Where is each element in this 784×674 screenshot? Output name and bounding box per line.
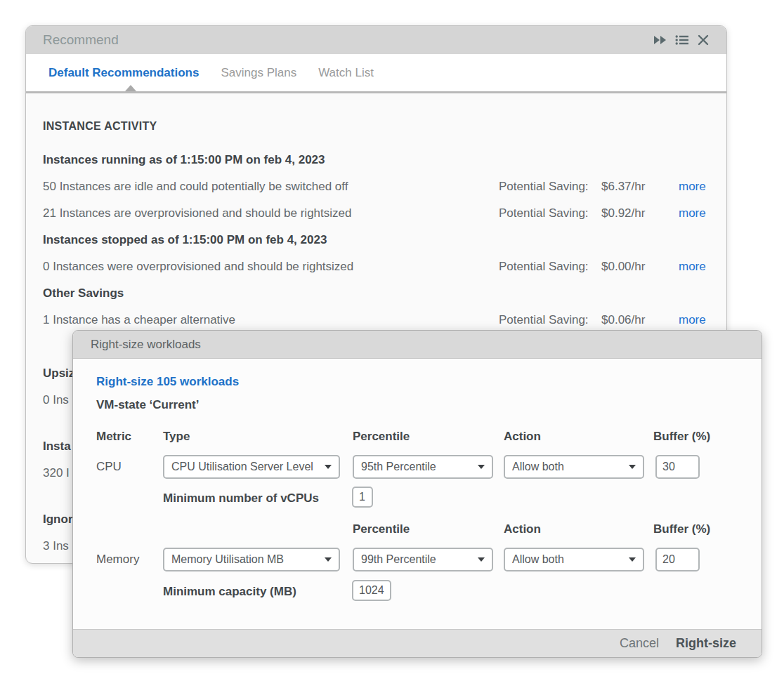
memory-type-selected-value: Memory Utilisation MB <box>171 553 284 566</box>
active-tab-notch <box>125 85 136 91</box>
column-header-metric: Metric <box>96 428 131 446</box>
clipped-text-fragment: Ignor <box>43 510 73 529</box>
vm-state-label: VM-state ‘Current’ <box>96 396 199 414</box>
more-link[interactable]: more <box>679 258 706 276</box>
dropdown-caret-icon <box>325 557 332 562</box>
window-title: Recommend <box>43 32 119 48</box>
close-icon[interactable] <box>697 34 710 46</box>
min-capacity-label: Minimum capacity (MB) <box>163 581 296 602</box>
memory-percentile-select[interactable]: 99th Percentile <box>353 548 493 571</box>
saving-row: 1 Instance has a cheaper alternative Pot… <box>43 311 726 329</box>
memory-action-select[interactable]: Allow both <box>504 548 644 571</box>
subhead-other-savings: Other Savings <box>43 284 124 303</box>
column-header-buffer: Buffer (%) <box>653 520 710 538</box>
list-icon[interactable] <box>675 34 688 46</box>
memory-percentile-selected-value: 99th Percentile <box>361 553 436 566</box>
row-description: 21 Instances are overprovisioned and sho… <box>43 206 351 220</box>
potential-saving-value: $0.06/hr <box>601 311 645 329</box>
cancel-button[interactable]: Cancel <box>620 636 659 651</box>
cpu-type-selected-value: CPU Utilisation Server Level <box>171 461 313 473</box>
column-header-percentile: Percentile <box>353 520 410 538</box>
cpu-buffer-input[interactable] <box>655 455 700 479</box>
more-link[interactable]: more <box>679 178 706 196</box>
modal-title: Right-size workloads <box>91 338 201 352</box>
section-title-instance-activity: INSTANCE ACTIVITY <box>43 117 157 136</box>
subhead-instances-running: Instances running as of 1:15:00 PM on fe… <box>43 151 325 169</box>
min-vcpus-label: Minimum number of vCPUs <box>163 488 319 509</box>
memory-type-select[interactable]: Memory Utilisation MB <box>163 548 340 571</box>
tab-default-recommendations[interactable]: Default Recommendations <box>48 66 199 80</box>
potential-saving-label: Potential Saving: <box>499 258 589 276</box>
min-capacity-input[interactable] <box>352 580 391 601</box>
cpu-action-selected-value: Allow both <box>512 461 564 473</box>
row-description: 0 Instances were overprovisioned and sho… <box>43 260 353 273</box>
cpu-percentile-select[interactable]: 95th Percentile <box>353 455 493 479</box>
modal-titlebar: Right-size workloads <box>73 331 762 359</box>
cpu-action-select[interactable]: Allow both <box>504 455 644 479</box>
memory-row-label: Memory <box>96 548 139 571</box>
clipped-text-fragment: 0 Ins <box>43 391 69 409</box>
recommend-titlebar: Recommend <box>26 26 726 54</box>
column-header-action: Action <box>504 428 541 446</box>
column-header-percentile: Percentile <box>353 428 410 446</box>
saving-row: 21 Instances are overprovisioned and sho… <box>43 204 726 223</box>
potential-saving-label: Potential Saving: <box>499 204 589 223</box>
right-size-button[interactable]: Right-size <box>676 636 736 651</box>
dropdown-caret-icon <box>325 465 332 469</box>
dropdown-caret-icon <box>629 465 636 469</box>
saving-row: 0 Instances were overprovisioned and sho… <box>43 258 726 276</box>
fast-forward-icon[interactable] <box>653 34 667 46</box>
right-size-workloads-link[interactable]: Right-size 105 workloads <box>96 373 239 391</box>
clipped-text-fragment: 3 Ins <box>43 537 69 555</box>
tab-bar: Default Recommendations Savings Plans Wa… <box>26 54 726 93</box>
window-controls <box>653 34 710 46</box>
dropdown-caret-icon <box>478 465 485 469</box>
dropdown-caret-icon <box>629 557 636 562</box>
more-link[interactable]: more <box>679 204 706 223</box>
min-vcpus-input[interactable] <box>352 487 373 508</box>
cpu-row-label: CPU <box>96 455 122 479</box>
potential-saving-label: Potential Saving: <box>499 311 589 329</box>
cpu-type-select[interactable]: CPU Utilisation Server Level <box>163 455 340 479</box>
row-description: 50 Instances are idle and could potentia… <box>43 180 348 193</box>
dropdown-caret-icon <box>478 557 485 562</box>
right-size-modal: Right-size workloads Right-size 105 work… <box>72 330 762 658</box>
column-header-type: Type <box>163 428 190 446</box>
potential-saving-value: $0.92/hr <box>601 204 645 223</box>
potential-saving-label: Potential Saving: <box>499 178 589 196</box>
tab-watch-list[interactable]: Watch List <box>318 66 374 80</box>
clipped-text-fragment: 320 I <box>43 464 70 482</box>
memory-action-selected-value: Allow both <box>512 553 564 566</box>
subhead-instances-stopped: Instances stopped as of 1:15:00 PM on fe… <box>43 231 327 249</box>
more-link[interactable]: more <box>679 311 706 329</box>
potential-saving-value: $0.00/hr <box>601 258 645 276</box>
column-header-buffer: Buffer (%) <box>653 428 710 446</box>
cpu-percentile-selected-value: 95th Percentile <box>361 461 436 473</box>
potential-saving-value: $6.37/hr <box>601 178 645 196</box>
column-header-action: Action <box>504 520 541 538</box>
clipped-text-fragment: Insta <box>43 437 71 456</box>
row-description: 1 Instance has a cheaper alternative <box>43 313 235 326</box>
tab-savings-plans[interactable]: Savings Plans <box>221 66 296 80</box>
clipped-text-fragment: Upsiz <box>43 364 74 383</box>
modal-footer: Cancel Right-size <box>73 629 762 657</box>
saving-row: 50 Instances are idle and could potentia… <box>43 178 726 196</box>
memory-buffer-input[interactable] <box>655 548 700 571</box>
